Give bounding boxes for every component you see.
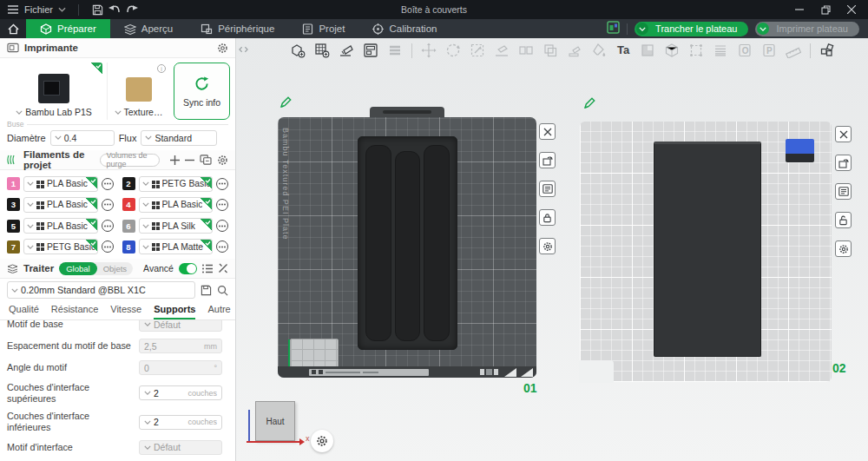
minimize-button[interactable] xyxy=(788,2,811,17)
scope-global[interactable]: Global xyxy=(59,262,96,275)
tab-supports[interactable]: Supports xyxy=(154,304,195,319)
filament-color-chip[interactable]: 1 xyxy=(7,177,20,190)
ams-sync-icon[interactable] xyxy=(200,155,212,165)
plate-gear-button[interactable] xyxy=(835,240,852,257)
move-icon[interactable] xyxy=(421,43,437,58)
filament-color-chip[interactable]: 5 xyxy=(7,220,20,233)
edit-filament-button[interactable] xyxy=(216,199,228,211)
plate-name-button[interactable] xyxy=(835,183,852,200)
plate-settings-button[interactable] xyxy=(539,152,556,168)
panel-collapse-icon[interactable] xyxy=(239,41,248,56)
add-object-icon[interactable] xyxy=(290,43,306,58)
tweaks-icon[interactable] xyxy=(218,263,228,273)
tab-strength[interactable]: Résistance xyxy=(51,304,98,319)
info-icon[interactable]: i xyxy=(157,64,166,73)
view-cube[interactable]: Haut xyxy=(255,401,295,441)
save-icon[interactable] xyxy=(91,3,103,16)
build-plate-card[interactable]: i Texture… xyxy=(107,63,169,120)
layers-icon[interactable] xyxy=(387,43,403,58)
preset-select[interactable]: 0.20mm Standard @BBL X1C xyxy=(7,281,195,299)
filament-color-chip[interactable]: 8 xyxy=(122,240,135,254)
filament-color-chip[interactable]: 2 xyxy=(122,177,135,190)
filament-select[interactable]: PLA Matte xyxy=(139,239,214,254)
plate-settings-button[interactable] xyxy=(835,155,852,171)
filament-select[interactable]: PETG Basic xyxy=(23,239,98,254)
param-input[interactable]: 2,5 mm xyxy=(139,339,222,353)
text-tool-icon[interactable]: Ta xyxy=(615,43,631,58)
filament-select[interactable]: PETG Basic xyxy=(139,176,214,192)
filament-select[interactable]: PLA Basic xyxy=(139,197,214,213)
edit-filament-button[interactable] xyxy=(216,178,228,190)
tab-speed[interactable]: Vitesse xyxy=(110,304,141,319)
tab-calibration[interactable]: Calibration xyxy=(358,19,450,38)
build-plate-02[interactable] xyxy=(580,122,832,382)
printer-settings-gear-icon[interactable] xyxy=(217,43,228,54)
filament-select[interactable]: PLA Basic xyxy=(23,176,98,192)
tab-prepare[interactable]: Préparer xyxy=(26,19,110,38)
slice-plate-button[interactable]: Trancher le plateau xyxy=(635,22,748,36)
filament-select[interactable]: PLA Silk xyxy=(139,218,214,234)
model-box-lid[interactable] xyxy=(654,142,761,357)
tab-project[interactable]: Projet xyxy=(288,19,358,38)
tab-preview[interactable]: Aperçu xyxy=(110,19,187,38)
edit-filament-button[interactable] xyxy=(102,178,114,190)
purge-volumes-button[interactable]: Volumes de purge xyxy=(100,154,160,167)
add-filament-icon[interactable] xyxy=(170,155,180,165)
scope-toggle[interactable]: Global Objets xyxy=(59,262,133,275)
edit-filament-button[interactable] xyxy=(102,220,114,232)
filament-select[interactable]: PLA Basic xyxy=(23,197,98,213)
printer-card[interactable]: Bambu Lab P1S xyxy=(5,63,102,120)
edit-filament-button[interactable] xyxy=(216,220,228,232)
auto-orient-icon[interactable] xyxy=(339,43,354,58)
param-input[interactable]: 2 couches xyxy=(139,385,222,400)
search-preset-icon[interactable] xyxy=(217,285,228,296)
model-blue-cube[interactable] xyxy=(786,139,814,162)
tab-quality[interactable]: Qualité xyxy=(9,304,39,319)
hamburger-menu-icon[interactable] xyxy=(7,3,19,16)
rotate-icon[interactable] xyxy=(445,43,461,58)
edit-plate-01-pencil-icon[interactable] xyxy=(279,95,293,112)
delete-plate-button[interactable] xyxy=(539,123,556,140)
chevron-down-icon[interactable] xyxy=(58,7,66,12)
support-paint-icon[interactable] xyxy=(567,43,582,58)
lay-flat-icon[interactable] xyxy=(494,43,510,58)
letter-p-icon[interactable]: P xyxy=(761,43,777,58)
edit-filament-button[interactable] xyxy=(102,199,114,211)
param-input[interactable]: 2 couches xyxy=(139,415,222,430)
seam-icon[interactable] xyxy=(688,43,704,58)
home-button[interactable] xyxy=(0,19,26,38)
close-button[interactable] xyxy=(840,2,863,17)
remove-filament-icon[interactable] xyxy=(185,155,194,165)
redo-icon[interactable] xyxy=(126,3,138,16)
edit-filament-button[interactable] xyxy=(216,240,228,253)
save-preset-icon[interactable] xyxy=(201,285,212,296)
filament-select[interactable]: PLA Basic xyxy=(23,218,98,234)
slice-dropdown-chevron[interactable] xyxy=(636,23,648,35)
sync-info-button[interactable]: Sync info xyxy=(174,63,230,120)
paint-bucket-icon[interactable] xyxy=(591,43,607,58)
measure-icon[interactable] xyxy=(786,43,801,58)
diameter-select[interactable]: 0.4 xyxy=(50,130,115,146)
split-icon[interactable] xyxy=(518,43,534,58)
print-plate-button[interactable]: Imprimer plateau xyxy=(755,22,859,36)
filament-color-chip[interactable]: 4 xyxy=(122,198,135,211)
tab-device[interactable]: Périphérique xyxy=(187,19,288,38)
filament-color-chip[interactable]: 7 xyxy=(7,240,20,254)
model-cutlery-tray[interactable] xyxy=(358,136,457,350)
color-change-icon[interactable] xyxy=(640,43,655,58)
chevron-down-icon[interactable] xyxy=(115,110,122,115)
build-plate-01[interactable]: Bambu Textured PEI Plate xyxy=(278,117,536,378)
maximize-button[interactable] xyxy=(814,2,837,17)
filament-color-chip[interactable]: 3 xyxy=(7,198,20,211)
plate-name-button[interactable] xyxy=(539,181,556,197)
add-plate-icon[interactable] xyxy=(314,43,330,58)
arrange-icon[interactable] xyxy=(363,43,378,58)
undo-icon[interactable] xyxy=(108,3,121,16)
plate-gear-button[interactable] xyxy=(539,238,556,254)
param-input[interactable]: Défaut xyxy=(139,440,222,455)
scale-icon[interactable] xyxy=(470,43,485,58)
variable-layer-icon[interactable] xyxy=(713,43,728,58)
tab-others[interactable]: Autre xyxy=(207,304,230,319)
delete-plate-button[interactable] xyxy=(835,126,852,142)
file-menu[interactable]: Fichier xyxy=(24,4,53,15)
